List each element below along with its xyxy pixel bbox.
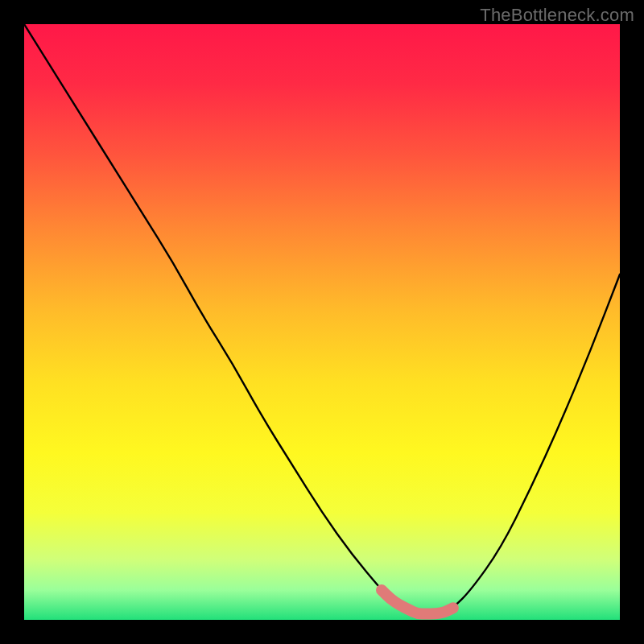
bottleneck-chart: [0, 0, 644, 644]
chart-frame: TheBottleneck.com: [0, 0, 644, 644]
heat-gradient-background: [24, 24, 620, 620]
watermark-text: TheBottleneck.com: [480, 5, 634, 26]
